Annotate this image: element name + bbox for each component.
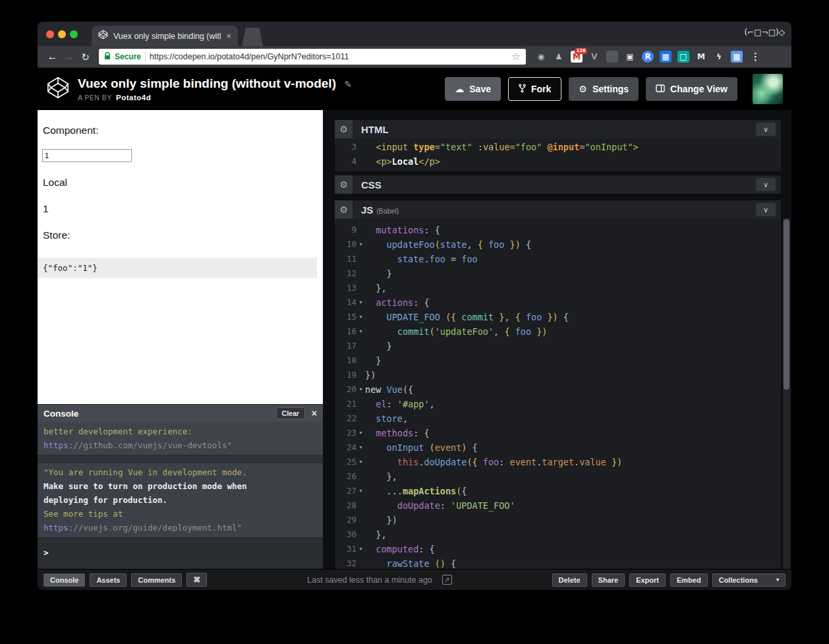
code-line: 28 doUpdate: 'UPDATE_FOO' (335, 498, 781, 513)
console-clear-button[interactable]: Clear (276, 407, 305, 419)
edit-title-pencil-icon[interactable]: ✎ (344, 79, 352, 90)
fold-gutter (357, 154, 365, 169)
codepen-logo-icon[interactable] (46, 76, 70, 102)
fold-arrow-icon[interactable]: ▾ (357, 310, 365, 324)
editor-scrollbar[interactable] (783, 218, 790, 569)
close-window-button[interactable] (46, 30, 54, 38)
console-close-icon[interactable]: × (312, 408, 317, 419)
html-code-editor[interactable]: 3 <input type="text" :value="foo" @input… (335, 138, 781, 171)
code-line: 22 store, (335, 411, 781, 426)
code-text: commit('updateFoo', { foo }) (365, 324, 547, 339)
footer-console-button[interactable]: Console (43, 573, 85, 587)
save-button[interactable]: ☁ Save (445, 77, 501, 101)
html-editor-section: ⚙ HTML ∨ 3 <input type="text" :value="fo… (335, 120, 781, 171)
console-log-line: Make sure to turn on production mode whe… (43, 479, 317, 493)
fold-arrow-icon[interactable]: ▾ (357, 455, 365, 469)
css-collapse-chevron-icon[interactable]: ∨ (756, 178, 776, 191)
code-text: computed: { (365, 542, 435, 556)
code-text: new Vue({ (365, 382, 413, 397)
browser-menu-icon[interactable]: ⋮ (751, 51, 760, 63)
fold-arrow-icon[interactable]: ▾ (357, 295, 365, 310)
fold-arrow-icon[interactable]: ▾ (357, 542, 365, 556)
runner-extension-icon[interactable]: ♟ (553, 51, 565, 63)
bookmark-star-icon[interactable]: ☆ (512, 51, 521, 63)
camera-extension-icon[interactable]: ◉ (535, 51, 547, 63)
puzzle-extension-icon[interactable]: ▩ (731, 51, 743, 63)
footer-cmd-button[interactable]: ⌘ (186, 573, 207, 587)
js-settings-gear-icon[interactable]: ⚙ (335, 200, 353, 219)
user-avatar[interactable] (753, 74, 783, 104)
fold-gutter (357, 223, 365, 237)
line-number: 20▾ (335, 382, 365, 397)
footer-embed-button[interactable]: Embed (670, 573, 708, 587)
fork-button[interactable]: Fork (508, 77, 561, 101)
back-button[interactable]: ← (44, 51, 61, 62)
gmail-extension-icon[interactable]: M126 (571, 51, 583, 63)
code-text: doUpdate: 'UPDATE_FOO' (365, 498, 515, 513)
code-text: actions: { (365, 295, 430, 310)
open-in-new-icon[interactable]: ↗ (442, 575, 452, 585)
tab-title: Vuex only simple binding (with (113, 32, 221, 41)
tab-close-icon[interactable]: × (226, 31, 231, 41)
footer-export-button[interactable]: Export (629, 573, 666, 587)
html-settings-gear-icon[interactable]: ⚙ (335, 120, 353, 138)
console-input-area[interactable]: > (38, 538, 323, 569)
forward-button[interactable]: → (61, 51, 77, 62)
vimium-extension-icon[interactable]: V (588, 51, 600, 63)
code-line: 15▾ UPDATE_FOO ({ commit }, { foo }) { (335, 310, 781, 324)
fold-gutter (357, 281, 365, 295)
minimize-window-button[interactable] (58, 30, 66, 38)
browser-tab[interactable]: Vuex only simple binding (with × (92, 26, 238, 46)
css-settings-gear-icon[interactable]: ⚙ (335, 175, 353, 194)
console-log-line: deploying for production. (43, 493, 317, 507)
drive-extension-icon[interactable]: ▦ (660, 51, 672, 63)
footer-delete-button[interactable]: Delete (552, 573, 587, 587)
zoom-window-button[interactable] (70, 30, 78, 38)
lightning-extension-icon[interactable]: ϟ (713, 51, 725, 63)
lock-icon (104, 51, 111, 63)
r-extension-icon[interactable]: R (642, 51, 654, 63)
console-log-line: https://vuejs.org/guide/deployment.html" (43, 521, 317, 535)
change-view-button[interactable]: Change View (646, 77, 737, 101)
new-tab-button[interactable] (242, 28, 263, 46)
line-number: 30 (335, 527, 365, 542)
settings-button[interactable]: ⚙ Settings (569, 77, 639, 101)
fold-arrow-icon[interactable]: ▾ (357, 426, 365, 440)
address-bar[interactable]: Secure https://codepen.io/potato4d/pen/G… (99, 49, 526, 65)
fold-arrow-icon[interactable]: ▾ (357, 440, 365, 455)
js-code-editor[interactable]: 9 mutations: {10▾ updateFoo(state, { foo… (335, 219, 781, 569)
tab-strip: Vuex only simple binding (with × (⌐□¬□)◇ (38, 22, 791, 46)
fold-arrow-icon[interactable]: ▾ (357, 382, 365, 397)
js-collapse-chevron-icon[interactable]: ∨ (756, 203, 776, 216)
footer-comments-button[interactable]: Comments (131, 573, 182, 587)
monitor-extension-icon[interactable]: □ (677, 51, 689, 63)
url-text[interactable]: https://codepen.io/potato4d/pen/GyNprN?e… (150, 52, 508, 61)
code-text: updateFoo(state, { foo }) { (365, 237, 531, 252)
fold-arrow-icon[interactable]: ▾ (357, 324, 365, 339)
pocket-extension-icon[interactable] (606, 51, 618, 63)
byline-prefix: A PEN BY (78, 94, 112, 102)
code-line: 32 rawState () { (335, 556, 781, 569)
css-editor-header: ⚙ CSS ∨ (335, 175, 781, 194)
author-link[interactable]: Potato4d (116, 94, 151, 102)
footer-collections-button[interactable]: Collections▾ (712, 573, 786, 587)
fold-arrow-icon[interactable]: ▾ (357, 237, 365, 252)
screenshot-extension-icon[interactable]: ▣ (624, 51, 636, 63)
codepen-favicon-icon (98, 30, 108, 42)
editor-scrollbar-thumb[interactable] (784, 220, 789, 390)
footer-assets-button[interactable]: Assets (90, 573, 127, 587)
line-number: 16▾ (335, 324, 365, 339)
code-line: 24▾ onInput (event) { (335, 440, 781, 455)
component-input[interactable] (42, 149, 132, 162)
caret-down-icon: ▾ (776, 577, 779, 583)
line-number: 29 (335, 513, 365, 527)
reload-button[interactable]: ↻ (77, 52, 94, 62)
footer-share-button[interactable]: Share (592, 573, 625, 587)
html-editor-header: ⚙ HTML ∨ (335, 120, 781, 138)
fold-arrow-icon[interactable]: ▾ (357, 484, 365, 498)
code-line: 10▾ updateFoo(state, { foo }) { (335, 237, 781, 252)
preview-pane: Component: Local 1 Store: {"foo":"1"} (38, 110, 323, 404)
m-extension-icon[interactable]: M (695, 51, 707, 63)
code-line: 11 state.foo = foo (335, 252, 781, 266)
html-collapse-chevron-icon[interactable]: ∨ (756, 123, 776, 136)
